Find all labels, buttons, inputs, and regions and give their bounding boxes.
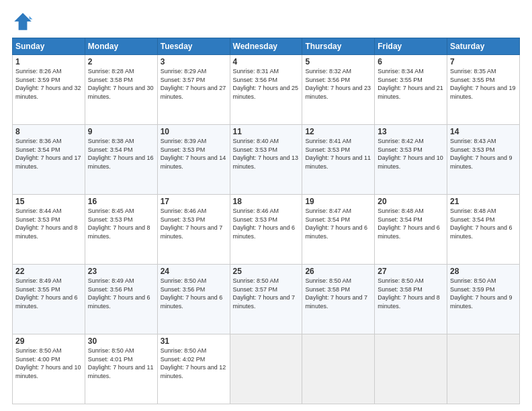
day-number: 22 (15, 267, 82, 276)
day-info: Sunrise: 8:28 AMSunset: 3:58 PMDaylight:… (88, 67, 154, 101)
calendar-cell (447, 334, 520, 404)
calendar-cell: 8Sunrise: 8:36 AMSunset: 3:54 PMDaylight… (13, 125, 85, 195)
col-header-friday: Friday (375, 38, 447, 55)
header (12, 11, 520, 32)
day-number: 4 (233, 57, 300, 66)
day-info: Sunrise: 8:44 AMSunset: 3:53 PMDaylight:… (15, 207, 82, 240)
calendar-cell: 1Sunrise: 8:26 AMSunset: 3:59 PMDaylight… (13, 55, 85, 125)
day-info: Sunrise: 8:50 AMSunset: 3:56 PMDaylight:… (161, 277, 227, 310)
calendar-cell: 30Sunrise: 8:50 AMSunset: 4:01 PMDayligh… (85, 334, 157, 404)
day-info: Sunrise: 8:40 AMSunset: 3:53 PMDaylight:… (233, 137, 300, 171)
calendar-cell: 7Sunrise: 8:35 AMSunset: 3:55 PMDaylight… (447, 55, 520, 125)
day-info: Sunrise: 8:48 AMSunset: 3:54 PMDaylight:… (450, 207, 517, 240)
logo (12, 11, 36, 32)
calendar-week-row: 8Sunrise: 8:36 AMSunset: 3:54 PMDaylight… (13, 125, 520, 195)
day-number: 29 (15, 336, 82, 346)
calendar-cell: 19Sunrise: 8:47 AMSunset: 3:54 PMDayligh… (302, 195, 375, 265)
calendar-table: SundayMondayTuesdayWednesdayThursdayFrid… (12, 38, 520, 404)
day-info: Sunrise: 8:45 AMSunset: 3:53 PMDaylight:… (88, 207, 154, 240)
day-number: 15 (15, 197, 82, 206)
day-number: 6 (378, 57, 444, 66)
day-info: Sunrise: 8:48 AMSunset: 3:54 PMDaylight:… (378, 207, 444, 240)
calendar-cell: 23Sunrise: 8:49 AMSunset: 3:56 PMDayligh… (85, 265, 157, 334)
logo-icon (12, 11, 34, 32)
day-info: Sunrise: 8:49 AMSunset: 3:55 PMDaylight:… (15, 277, 82, 310)
day-number: 10 (161, 127, 227, 136)
day-info: Sunrise: 8:50 AMSunset: 3:59 PMDaylight:… (450, 277, 517, 310)
calendar-week-row: 1Sunrise: 8:26 AMSunset: 3:59 PMDaylight… (13, 55, 520, 125)
calendar-cell: 28Sunrise: 8:50 AMSunset: 3:59 PMDayligh… (447, 265, 520, 334)
day-info: Sunrise: 8:35 AMSunset: 3:55 PMDaylight:… (450, 67, 517, 101)
day-info: Sunrise: 8:43 AMSunset: 3:53 PMDaylight:… (450, 137, 517, 171)
day-info: Sunrise: 8:41 AMSunset: 3:53 PMDaylight:… (305, 137, 371, 171)
day-info: Sunrise: 8:26 AMSunset: 3:59 PMDaylight:… (15, 67, 82, 101)
day-info: Sunrise: 8:49 AMSunset: 3:56 PMDaylight:… (88, 277, 154, 310)
day-info: Sunrise: 8:42 AMSunset: 3:53 PMDaylight:… (378, 137, 444, 171)
calendar-cell: 22Sunrise: 8:49 AMSunset: 3:55 PMDayligh… (13, 265, 85, 334)
calendar-cell: 6Sunrise: 8:34 AMSunset: 3:55 PMDaylight… (375, 55, 447, 125)
day-number: 30 (88, 336, 154, 346)
day-number: 20 (378, 197, 444, 206)
col-header-monday: Monday (85, 38, 157, 55)
day-info: Sunrise: 8:38 AMSunset: 3:54 PMDaylight:… (88, 137, 154, 171)
calendar-cell: 2Sunrise: 8:28 AMSunset: 3:58 PMDaylight… (85, 55, 157, 125)
col-header-tuesday: Tuesday (157, 38, 230, 55)
calendar-cell: 11Sunrise: 8:40 AMSunset: 3:53 PMDayligh… (230, 125, 302, 195)
calendar-cell: 31Sunrise: 8:50 AMSunset: 4:02 PMDayligh… (157, 334, 230, 404)
calendar-week-row: 29Sunrise: 8:50 AMSunset: 4:00 PMDayligh… (13, 334, 520, 404)
calendar-cell: 14Sunrise: 8:43 AMSunset: 3:53 PMDayligh… (447, 125, 520, 195)
calendar-cell: 5Sunrise: 8:32 AMSunset: 3:56 PMDaylight… (302, 55, 375, 125)
day-number: 27 (378, 267, 444, 276)
day-number: 7 (450, 57, 517, 66)
calendar-cell: 29Sunrise: 8:50 AMSunset: 4:00 PMDayligh… (13, 334, 85, 404)
day-number: 16 (88, 197, 154, 206)
day-info: Sunrise: 8:32 AMSunset: 3:56 PMDaylight:… (305, 67, 371, 101)
calendar-cell: 10Sunrise: 8:39 AMSunset: 3:53 PMDayligh… (157, 125, 230, 195)
day-number: 19 (305, 197, 371, 206)
day-number: 17 (161, 197, 227, 206)
day-number: 2 (88, 57, 154, 66)
day-number: 28 (450, 267, 517, 276)
day-number: 5 (305, 57, 371, 66)
col-header-saturday: Saturday (447, 38, 520, 55)
day-info: Sunrise: 8:50 AMSunset: 4:02 PMDaylight:… (161, 347, 227, 380)
day-info: Sunrise: 8:50 AMSunset: 4:01 PMDaylight:… (88, 347, 154, 380)
day-info: Sunrise: 8:50 AMSunset: 3:58 PMDaylight:… (378, 277, 444, 310)
col-header-sunday: Sunday (13, 38, 85, 55)
day-info: Sunrise: 8:50 AMSunset: 3:57 PMDaylight:… (233, 277, 300, 310)
calendar-cell: 13Sunrise: 8:42 AMSunset: 3:53 PMDayligh… (375, 125, 447, 195)
day-info: Sunrise: 8:39 AMSunset: 3:53 PMDaylight:… (161, 137, 227, 171)
day-number: 26 (305, 267, 371, 276)
calendar-cell: 17Sunrise: 8:46 AMSunset: 3:53 PMDayligh… (157, 195, 230, 265)
col-header-wednesday: Wednesday (230, 38, 302, 55)
calendar-cell: 25Sunrise: 8:50 AMSunset: 3:57 PMDayligh… (230, 265, 302, 334)
calendar-cell: 9Sunrise: 8:38 AMSunset: 3:54 PMDaylight… (85, 125, 157, 195)
day-number: 9 (88, 127, 154, 136)
calendar-cell: 21Sunrise: 8:48 AMSunset: 3:54 PMDayligh… (447, 195, 520, 265)
calendar-cell (375, 334, 447, 404)
day-number: 1 (15, 57, 82, 66)
calendar-cell: 3Sunrise: 8:29 AMSunset: 3:57 PMDaylight… (157, 55, 230, 125)
calendar-cell: 20Sunrise: 8:48 AMSunset: 3:54 PMDayligh… (375, 195, 447, 265)
day-info: Sunrise: 8:50 AMSunset: 4:00 PMDaylight:… (15, 347, 82, 380)
day-info: Sunrise: 8:36 AMSunset: 3:54 PMDaylight:… (15, 137, 82, 171)
calendar-cell: 15Sunrise: 8:44 AMSunset: 3:53 PMDayligh… (13, 195, 85, 265)
calendar-cell: 18Sunrise: 8:46 AMSunset: 3:53 PMDayligh… (230, 195, 302, 265)
day-number: 14 (450, 127, 517, 136)
calendar-cell: 24Sunrise: 8:50 AMSunset: 3:56 PMDayligh… (157, 265, 230, 334)
calendar-cell: 16Sunrise: 8:45 AMSunset: 3:53 PMDayligh… (85, 195, 157, 265)
calendar-week-row: 22Sunrise: 8:49 AMSunset: 3:55 PMDayligh… (13, 265, 520, 334)
day-info: Sunrise: 8:50 AMSunset: 3:58 PMDaylight:… (305, 277, 371, 310)
calendar-cell: 26Sunrise: 8:50 AMSunset: 3:58 PMDayligh… (302, 265, 375, 334)
calendar-cell: 27Sunrise: 8:50 AMSunset: 3:58 PMDayligh… (375, 265, 447, 334)
day-info: Sunrise: 8:46 AMSunset: 3:53 PMDaylight:… (161, 207, 227, 240)
calendar-cell (302, 334, 375, 404)
day-info: Sunrise: 8:34 AMSunset: 3:55 PMDaylight:… (378, 67, 444, 101)
svg-marker-0 (14, 13, 32, 30)
day-info: Sunrise: 8:46 AMSunset: 3:53 PMDaylight:… (233, 207, 300, 240)
calendar-week-row: 15Sunrise: 8:44 AMSunset: 3:53 PMDayligh… (13, 195, 520, 265)
day-info: Sunrise: 8:29 AMSunset: 3:57 PMDaylight:… (161, 67, 227, 101)
day-number: 13 (378, 127, 444, 136)
day-number: 23 (88, 267, 154, 276)
col-header-thursday: Thursday (302, 38, 375, 55)
